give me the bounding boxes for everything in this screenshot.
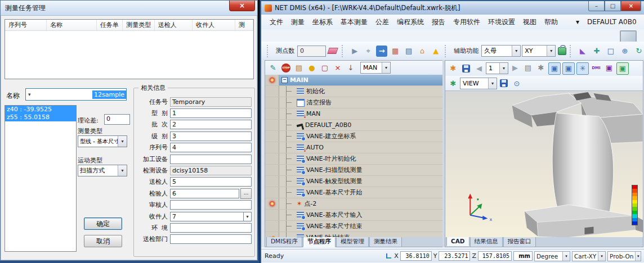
column-header[interactable]: 任务单 [97,20,123,30]
column-header[interactable]: 测量类型 [123,20,154,30]
toolbar-grip[interactable] [445,45,449,57]
column-header[interactable]: 序列号 [5,20,47,30]
save-report-icon[interactable] [460,63,472,74]
field-input[interactable] [170,155,252,164]
new-report-icon[interactable]: ▤ [522,62,534,74]
unlock-icon[interactable]: ● [306,62,317,74]
dialog-close-button[interactable]: × [229,1,255,11]
coord-system-dropdown[interactable]: Cart-XY ▾ [572,251,606,261]
maximize-button[interactable]: □ [605,1,621,11]
tree-item[interactable]: MAN [265,108,443,120]
menu-item[interactable]: 专用软件 [449,16,484,28]
measure-type-dropdown[interactable]: 型线 - 基本尺寸 ▾ [78,135,127,147]
field-input[interactable]: 2 [170,120,252,129]
gear-doc-icon[interactable]: ✱ [535,62,547,74]
tree-root-row[interactable]: −MAIN [265,75,443,86]
active-probe-label[interactable]: DEFAULT A0B0 [583,17,641,27]
delete-breakpoint-icon[interactable]: × [332,62,343,74]
tree-gutter[interactable] [265,97,279,108]
field-input[interactable]: 5 [170,177,252,187]
tree-item[interactable]: VANE-扫描型线测量 [265,165,443,176]
chevron-down-icon[interactable]: ▾ [118,165,127,176]
snowflake-icon[interactable]: ✳ [576,62,589,75]
menu-item[interactable]: 测量 [287,16,308,28]
label-window-icon[interactable]: ▣ [548,62,561,75]
tree-gutter[interactable] [265,142,279,153]
chevron-down-icon[interactable]: ▾ [572,17,583,27]
tree-item[interactable]: VANE-基本尺寸输入 [265,210,443,221]
tab-测量结果[interactable]: 测量结果 [369,237,402,247]
aux-function-dropdown[interactable]: 久母 ▾ [481,45,521,57]
tree-gutter[interactable] [265,187,279,198]
column-header[interactable]: 送检人 [155,20,193,30]
chevron-down-icon[interactable]: ▾ [547,46,555,56]
program-tree[interactable]: −MAIN初始化清空报告MANDEFAULT_A0B0VANE-建立坐标系AUT… [265,75,443,237]
dialog-titlebar[interactable]: 测量任务管理 [1,1,257,16]
run-icon[interactable]: ▶ [349,46,360,57]
view-dropdown[interactable]: VIEW ▾ [460,78,497,89]
menu-item[interactable]: 坐标系 [308,16,337,28]
chevron-down-icon[interactable]: ▾ [244,212,252,221]
field-input[interactable]: 7 [170,212,244,221]
tree-gutter[interactable] [265,108,279,119]
toolbar-grip[interactable] [267,45,271,57]
chevron-down-icon[interactable]: ▾ [118,136,127,147]
stop-icon[interactable]: STOP [280,62,292,74]
ok-button[interactable]: 确定 [84,217,122,230]
find-doc-icon[interactable]: ⊙ [511,78,522,89]
view-gear-icon[interactable]: ✱ [448,78,459,89]
step-run-icon[interactable]: ↓ [345,62,356,74]
tree-item[interactable]: DEFAULT_A0B0 [265,120,443,131]
column-header[interactable]: 名称 [47,20,97,30]
monitor-icon[interactable] [620,30,637,43]
tab-CAD[interactable]: CAD [446,237,469,246]
tree-item-cell[interactable]: VANE-叶片初始化 [279,153,443,164]
goto-arrow-icon[interactable]: → [376,46,387,57]
chevron-down-icon[interactable]: ▾ [598,252,605,261]
chevron-down-icon[interactable]: ▾ [488,78,497,89]
dmi-edit-icon[interactable]: ▣ [603,62,615,74]
rotate-view-icon[interactable]: ↻ [633,46,644,57]
tree-item-cell[interactable]: VANE-基本尺寸结束 [279,221,443,232]
toolbar-grip[interactable] [570,45,574,57]
tree-item[interactable]: ✶点-2 [265,198,443,210]
cancel-button[interactable]: 取消 [84,235,122,247]
theory-diff-input[interactable]: 0 [104,114,130,125]
field-input[interactable]: 6 [170,189,239,198]
menu-item[interactable]: 视图 [519,16,540,28]
chevron-down-icon[interactable]: ▾ [562,252,570,261]
menu-item[interactable]: 编程系统 [393,16,428,28]
tree-item[interactable]: AUTO [265,142,443,153]
prev-page-icon[interactable]: ◀ [473,63,485,74]
tree-root-cell[interactable]: −MAIN [279,75,443,85]
tree-item[interactable]: →VANE-叶片结束 [265,232,443,237]
list-item[interactable]: z40 : -39.9525 [5,106,76,114]
field-input[interactable]: 1 [170,108,252,118]
tree-item[interactable]: 清空报告 [265,97,443,108]
angle-units-dropdown[interactable]: Degree ▾ [534,251,570,261]
motion-type-dropdown[interactable]: 扫描方式 ▾ [78,165,127,176]
chevron-down-icon[interactable]: ▾ [512,46,520,56]
result-listbox[interactable]: z40 : -39.9525z55 : 55.0158 [5,105,77,252]
field-input[interactable] [170,200,252,210]
tree-gutter[interactable] [265,221,279,232]
save-view-icon[interactable] [498,78,509,89]
tree-item-cell[interactable]: VANE-建立坐标系 [279,131,443,142]
tree-gutter[interactable] [265,198,279,209]
pan-icon[interactable]: ✚ [591,46,602,57]
tab-结果信息[interactable]: 结果信息 [470,237,503,247]
breakpoint-icon[interactable] [270,78,275,83]
tree-gutter[interactable] [265,131,279,142]
field-input[interactable] [170,234,252,244]
tab-节点程序[interactable]: 节点程序 [303,237,336,247]
report-page-dropdown[interactable]: 1 ▾ [486,62,508,74]
world-gear-icon[interactable]: ✱ [448,63,459,74]
task-table[interactable]: 序列号名称任务单测量类型送检人收件人测 [5,19,254,79]
tree-gutter[interactable]: → [265,232,279,237]
tree-item[interactable]: VANE-基本尺寸结束 [265,221,443,232]
chevron-down-icon[interactable]: ▾ [382,62,390,73]
tab-报告窗口[interactable]: 报告窗口 [503,237,536,247]
name-combobox[interactable]: ▾ 12sample [25,88,127,101]
close-button[interactable]: × [621,1,641,11]
tree-item-cell[interactable]: DEFAULT_A0B0 [279,120,443,130]
